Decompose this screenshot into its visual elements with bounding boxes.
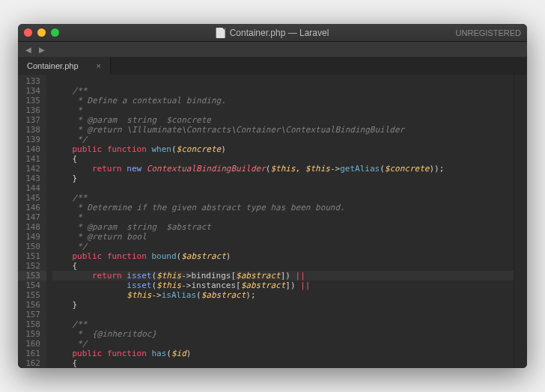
line-number: 138 [18,125,46,135]
line-number: 160 [18,339,46,349]
line-number: 146 [18,203,46,212]
code-line[interactable]: return isset($this->bindings[$abstract])… [52,271,514,281]
code-line[interactable]: * @param string $concrete [52,115,514,125]
code-line[interactable]: * [52,212,514,222]
code-line[interactable]: public function bound($abstract) [52,251,514,261]
line-number: 136 [18,105,46,115]
line-number: 155 [18,290,46,300]
line-gutter: 1331341351361371381391401411421431441451… [18,75,46,368]
line-number: 135 [18,96,46,105]
code-line[interactable]: * Determine if the given abstract type h… [52,203,514,212]
maximize-icon[interactable] [51,28,59,37]
line-number: 154 [18,281,46,290]
code-line[interactable]: */ [52,242,514,251]
line-number: 149 [18,232,46,242]
line-number: 162 [18,358,46,368]
line-number: 139 [18,135,46,144]
close-tab-icon[interactable]: × [97,61,101,70]
line-number: 143 [18,174,46,183]
line-number: 150 [18,242,46,251]
code-line[interactable] [52,183,514,193]
code-line[interactable]: { [52,358,514,368]
code-line[interactable]: return new ContextualBindingBuilder($thi… [52,164,514,174]
line-number: 144 [18,183,46,193]
traffic-lights [24,28,59,37]
line-number: 156 [18,300,46,310]
line-number: 134 [18,86,46,96]
minimap[interactable] [514,75,527,368]
forward-icon[interactable]: ▶ [37,46,46,54]
line-number: 153 [18,271,46,281]
code-line[interactable]: { [52,154,514,164]
code-line[interactable]: isset($this->instances[$abstract]) || [52,281,514,290]
line-number: 161 [18,349,46,358]
code-line[interactable]: public function when($concrete) [52,144,514,154]
line-number: 147 [18,212,46,222]
code-area[interactable]: /** * Define a contextual binding. * * @… [46,75,514,368]
tab-label: Container.php [27,61,79,70]
code-line[interactable]: * @param string $abstract [52,222,514,232]
editor-window: Container.php — Laravel UNREGISTERED ◀ ▶… [18,24,527,368]
window-title: Container.php — Laravel [216,28,329,38]
line-number: 151 [18,251,46,261]
line-number: 152 [18,261,46,271]
code-line[interactable]: */ [52,135,514,144]
code-line[interactable]: /** [52,319,514,329]
code-line[interactable] [52,76,514,86]
registration-status: UNREGISTERED [456,28,521,37]
tabbar: Container.php × [18,57,527,75]
line-number: 148 [18,222,46,232]
code-line[interactable]: } [52,300,514,310]
file-icon [216,28,225,38]
minimize-icon[interactable] [37,28,46,37]
code-line[interactable]: * [52,105,514,115]
code-line[interactable]: * Define a contextual binding. [52,96,514,105]
nav-toolbar: ◀ ▶ [18,42,527,57]
code-line[interactable]: */ [52,339,514,349]
code-line[interactable]: * @return bool [52,232,514,242]
titlebar[interactable]: Container.php — Laravel UNREGISTERED [18,24,527,42]
close-icon[interactable] [24,28,32,37]
line-number: 158 [18,319,46,329]
code-line[interactable]: /** [52,86,514,96]
line-number: 142 [18,164,46,174]
line-number: 159 [18,329,46,339]
code-line[interactable]: /** [52,193,514,203]
line-number: 140 [18,144,46,154]
title-text: Container.php — Laravel [230,28,329,38]
code-line[interactable]: { [52,261,514,271]
code-line[interactable]: * {@inheritdoc} [52,329,514,339]
code-line[interactable] [52,310,514,319]
code-line[interactable]: } [52,174,514,183]
back-icon[interactable]: ◀ [24,46,33,54]
code-line[interactable]: public function has($id) [52,349,514,358]
line-number: 145 [18,193,46,203]
line-number: 133 [18,76,46,86]
code-line[interactable]: * @return \Illuminate\Contracts\Containe… [52,125,514,135]
editor-area: 1331341351361371381391401411421431441451… [18,75,527,368]
line-number: 141 [18,154,46,164]
line-number: 137 [18,115,46,125]
tab-container-php[interactable]: Container.php × [18,57,111,75]
line-number: 157 [18,310,46,319]
code-line[interactable]: $this->isAlias($abstract); [52,290,514,300]
